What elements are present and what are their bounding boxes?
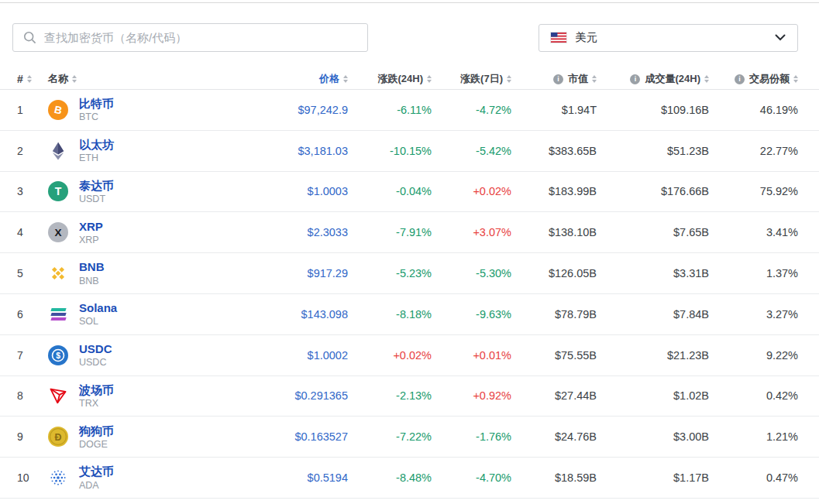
header-change-24h[interactable]: 涨跌(24H) xyxy=(348,72,432,86)
table-row[interactable]: 8 波场币 TRX $0.291365 -2.13% +0.92% $27.44… xyxy=(0,376,819,417)
usdc-icon: $ xyxy=(48,345,68,365)
price: $97,242.9 xyxy=(232,104,348,116)
rank: 10 xyxy=(17,471,48,484)
search-box[interactable] xyxy=(12,23,368,52)
market-cap: $183.99B xyxy=(511,185,597,197)
table-row[interactable]: 4 X XRP XRP $2.3033 -7.91% +3.07% $138.1… xyxy=(0,212,819,253)
volume-24h: $1.17B xyxy=(597,471,709,484)
volume-24h: $7.65B xyxy=(597,226,709,238)
search-icon xyxy=(23,31,36,44)
trx-icon xyxy=(48,386,68,406)
trade-share: 0.47% xyxy=(709,471,798,484)
price: $0.291365 xyxy=(232,389,348,402)
xrp-icon: X xyxy=(48,222,68,242)
trade-share: 1.21% xyxy=(709,430,798,443)
market-cap: $24.76B xyxy=(511,430,597,443)
rank: 7 xyxy=(17,349,48,362)
info-icon[interactable]: i xyxy=(553,74,563,84)
volume-24h: $176.66B xyxy=(597,185,709,197)
table-row[interactable]: 1 B 比特币 BTC $97,242.9 -6.11% -4.72% $1.9… xyxy=(0,90,819,131)
price: $0.163527 xyxy=(232,430,348,443)
trade-share: 0.42% xyxy=(709,389,798,402)
coin-name[interactable]: 泰达币 xyxy=(79,178,114,193)
usdt-icon: T xyxy=(48,181,68,201)
search-input[interactable] xyxy=(44,31,357,44)
price: $143.098 xyxy=(232,308,348,321)
change-24h: -5.23% xyxy=(348,267,432,279)
market-cap: $126.05B xyxy=(511,267,597,279)
table-row[interactable]: 2 以太坊 ETH $3,181.03 -10.15% -5.42% $383.… xyxy=(0,131,819,172)
table-row[interactable]: 9 Ð 狗狗币 DOGE $0.163527 -7.22% -1.76% $24… xyxy=(0,417,819,458)
price: $1.0002 xyxy=(232,349,348,362)
header-price[interactable]: 价格 xyxy=(232,72,348,86)
volume-24h: $7.84B xyxy=(597,308,709,321)
btc-icon: B xyxy=(48,100,68,120)
coin-name[interactable]: 艾达币 xyxy=(79,464,114,478)
coin-name[interactable]: Solana xyxy=(79,300,117,315)
eth-icon xyxy=(48,141,68,161)
coin-name[interactable]: 以太坊 xyxy=(79,137,114,152)
header-name[interactable]: 名称 xyxy=(48,72,232,86)
trade-share: 1.37% xyxy=(709,267,798,279)
coin-symbol: DOGE xyxy=(79,438,114,451)
coin-symbol: SOL xyxy=(79,315,117,327)
rank: 6 xyxy=(17,308,48,321)
market-cap: $75.55B xyxy=(511,349,597,362)
table-row[interactable]: 7 $ USDC USDC $1.0002 +0.02% +0.01% $75.… xyxy=(0,335,819,376)
volume-24h: $51.23B xyxy=(597,145,709,157)
rank: 2 xyxy=(17,145,48,157)
table-row[interactable]: 6 Solana SOL $143.098 -8.18% -9.63% $78.… xyxy=(0,294,819,335)
price: $2.3033 xyxy=(232,226,348,238)
table-row[interactable]: 10 艾达币 ADA $0.5194 -8.48% xyxy=(0,458,819,499)
coin-name[interactable]: XRP xyxy=(79,219,103,234)
svg-text:$: $ xyxy=(56,351,60,360)
header-trade-share[interactable]: i 交易份额 xyxy=(709,72,798,86)
header-change-7d[interactable]: 涨跌(7日) xyxy=(432,72,511,86)
rank: 4 xyxy=(17,226,48,238)
change-7d: -4.72% xyxy=(432,104,511,116)
price: $917.29 xyxy=(232,267,348,279)
svg-text:T: T xyxy=(55,185,62,197)
header-market-cap[interactable]: i 市值 xyxy=(511,72,597,86)
change-24h: -8.48% xyxy=(348,471,432,484)
coin-symbol: USDT xyxy=(79,193,114,205)
change-7d: -9.63% xyxy=(432,308,511,321)
coin-name[interactable]: USDC xyxy=(79,341,112,356)
change-24h: -6.11% xyxy=(348,104,432,116)
rank: 1 xyxy=(17,104,48,116)
table-row[interactable]: 3 T 泰达币 USDT $1.0003 -0.04% +0.02% $183.… xyxy=(0,172,819,213)
market-cap: $1.94T xyxy=(511,104,597,116)
market-cap: $18.59B xyxy=(511,471,597,484)
trade-share: 9.22% xyxy=(709,349,798,362)
sort-caret-icon xyxy=(72,75,77,83)
price: $0.5194 xyxy=(232,471,348,484)
volume-24h: $21.23B xyxy=(597,349,709,362)
coin-name[interactable]: 狗狗币 xyxy=(79,423,114,438)
header-volume-24h[interactable]: i 成交量(24H) xyxy=(597,72,709,86)
coin-name[interactable]: BNB xyxy=(79,259,105,274)
change-24h: -2.13% xyxy=(348,389,432,402)
change-24h: -7.22% xyxy=(348,430,432,443)
bnb-icon xyxy=(48,263,68,283)
volume-24h: $3.31B xyxy=(597,267,709,279)
change-7d: -1.76% xyxy=(432,430,511,443)
table-row[interactable]: 5 BNB BNB $917.29 -5.23% -5.30% $126.05B xyxy=(0,253,819,294)
market-cap: $383.65B xyxy=(511,145,597,157)
coin-name[interactable]: 波场币 xyxy=(79,382,114,397)
header-rank[interactable]: # xyxy=(17,73,48,85)
change-24h: -0.04% xyxy=(348,185,432,197)
info-icon[interactable]: i xyxy=(630,74,640,84)
currency-select[interactable]: 美元 xyxy=(539,24,798,52)
trade-share: 46.19% xyxy=(709,104,798,116)
sort-caret-icon xyxy=(793,75,798,83)
rank: 8 xyxy=(17,389,48,402)
svg-text:Ð: Ð xyxy=(55,432,62,443)
table-header-row: # 名称 价格 涨跌(24H) 涨跌(7日) i 市值 i 成交量(24H) xyxy=(0,69,819,90)
doge-icon: Ð xyxy=(48,427,68,447)
us-flag-icon xyxy=(551,33,566,43)
trade-share: 22.77% xyxy=(709,145,798,157)
change-7d: -4.70% xyxy=(432,471,511,484)
sort-caret-icon xyxy=(27,75,32,83)
info-icon[interactable]: i xyxy=(735,74,745,84)
coin-name[interactable]: 比特币 xyxy=(79,96,114,111)
